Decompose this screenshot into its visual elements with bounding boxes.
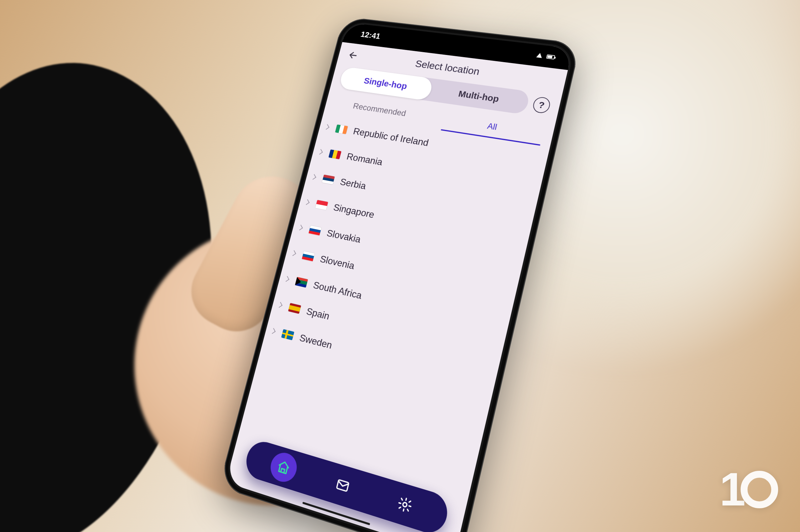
flag-singapore-icon xyxy=(315,200,328,210)
chevron-right-icon xyxy=(297,225,303,230)
country-name: Sweden xyxy=(298,332,333,351)
country-name: Spain xyxy=(305,306,331,322)
back-arrow-icon xyxy=(347,50,359,61)
nav-mail-button[interactable] xyxy=(326,467,359,504)
segment-label: Single-hop xyxy=(363,76,408,92)
help-button[interactable]: ? xyxy=(531,96,551,114)
country-name: Singapore xyxy=(332,202,375,221)
flag-slovakia-icon xyxy=(308,225,321,236)
tab-label: All xyxy=(486,121,498,132)
phone-screen: 12:41 Select location xyxy=(225,22,573,532)
chevron-right-icon xyxy=(284,276,289,282)
country-name: Republic of Ireland xyxy=(352,126,430,148)
chevron-right-icon xyxy=(277,302,283,308)
flag-south-africa-icon xyxy=(295,277,308,287)
nav-settings-button[interactable] xyxy=(387,486,422,524)
chevron-right-icon xyxy=(317,149,323,154)
flag-slovenia-icon xyxy=(302,251,315,262)
chevron-right-icon xyxy=(311,174,316,179)
watermark-digit: 1 xyxy=(720,462,743,516)
country-name: Slovenia xyxy=(319,253,356,272)
nav-home-button[interactable] xyxy=(268,450,300,485)
chevron-right-icon xyxy=(324,124,329,130)
signal-icon xyxy=(536,53,543,58)
gear-icon xyxy=(396,495,414,514)
segment-label: Multi-hop xyxy=(457,89,500,104)
watermark-logo: 1 xyxy=(720,462,778,516)
country-name: Serbia xyxy=(339,176,367,192)
flag-serbia-icon xyxy=(322,174,335,185)
battery-icon xyxy=(546,54,555,59)
country-name: Slovakia xyxy=(326,228,362,245)
country-name: South Africa xyxy=(312,280,363,301)
status-time: 12:41 xyxy=(360,30,381,41)
watermark-circle-icon xyxy=(741,471,778,508)
svg-point-2 xyxy=(402,502,407,507)
chevron-right-icon xyxy=(270,328,276,334)
flag-romania-icon xyxy=(328,149,341,159)
help-icon: ? xyxy=(538,100,546,111)
home-icon xyxy=(276,459,292,476)
country-name: Romania xyxy=(346,151,384,168)
flag-ireland-icon xyxy=(335,124,348,134)
flag-sweden-icon xyxy=(281,329,294,340)
flag-spain-icon xyxy=(288,303,301,314)
chevron-right-icon xyxy=(304,199,310,205)
chevron-right-icon xyxy=(291,250,296,256)
tab-label: Recommended xyxy=(352,101,407,118)
mail-icon xyxy=(334,476,351,495)
